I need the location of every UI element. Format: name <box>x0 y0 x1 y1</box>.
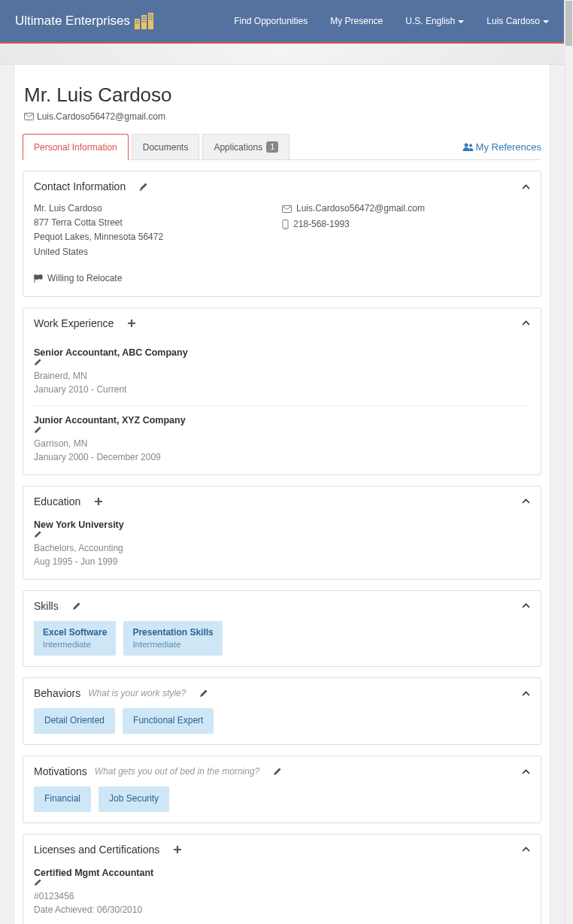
svg-point-21 <box>469 144 472 147</box>
contact-street: 877 Terra Cotta Street <box>34 216 282 230</box>
tab-applications[interactable]: Applications1 <box>202 134 290 159</box>
my-references-link[interactable]: My References <box>462 137 541 157</box>
svg-rect-8 <box>144 17 146 18</box>
svg-rect-18 <box>151 19 153 20</box>
education-entry-title: New York University <box>34 520 124 530</box>
skill-chip[interactable]: Presentation Skills Intermediate <box>123 621 222 656</box>
hero-banner <box>0 44 564 65</box>
svg-rect-13 <box>150 14 151 16</box>
edit-behaviors-button[interactable] <box>199 689 208 698</box>
panel-title: Education <box>34 495 80 507</box>
panel-licenses: Licenses and Certifications Certified Mg… <box>23 834 541 924</box>
edit-motivations-button[interactable] <box>273 767 282 776</box>
panel-education: Education New York University Bachelors,… <box>23 486 541 580</box>
brand-label: Ultimate Enterprises <box>15 14 130 29</box>
header-email: Luis.Cardoso56472@gmail.com <box>24 111 541 122</box>
license-entry: Certified Mgmt Accountant #0123456 Date … <box>34 865 530 916</box>
people-icon <box>462 142 474 152</box>
education-entry: New York University Bachelors, Accountin… <box>34 517 530 568</box>
nav-locale-label: U.S. English <box>405 16 455 26</box>
scrollbar-thumb[interactable] <box>565 1 572 46</box>
add-education-button[interactable] <box>94 497 103 506</box>
svg-rect-3 <box>136 20 138 22</box>
license-date: Date Achieved: 06/30/2010 <box>34 903 530 916</box>
panel-skills: Skills Excel Software Intermediate Prese… <box>23 590 541 668</box>
contact-address-block: Mr. Luis Cardoso 877 Terra Cotta Street … <box>34 201 282 286</box>
svg-rect-9 <box>143 19 144 20</box>
skill-name: Excel Software <box>43 627 107 638</box>
collapse-education-button[interactable] <box>522 498 530 504</box>
behavior-chip[interactable]: Functional Expert <box>123 708 214 734</box>
brand[interactable]: Ultimate Enterprises <box>15 13 156 29</box>
work-entry: Senior Accountant, ABC Company Brainerd,… <box>34 338 530 396</box>
svg-rect-12 <box>144 21 146 23</box>
svg-rect-22 <box>140 190 142 191</box>
collapse-motivations-button[interactable] <box>522 769 530 774</box>
collapse-licenses-button[interactable] <box>522 847 530 852</box>
chevron-down-icon <box>458 20 464 23</box>
nav-find-opportunities[interactable]: Find Opportunities <box>234 16 308 26</box>
nav-user-label: Luis Cardoso <box>487 16 540 26</box>
motivation-chip[interactable]: Financial <box>34 786 91 812</box>
work-entry-location: Garrison, MN <box>34 437 530 450</box>
collapse-work-button[interactable] <box>522 320 530 326</box>
nav-user-dropdown[interactable]: Luis Cardoso <box>487 16 549 26</box>
phone-icon <box>282 220 289 229</box>
tab-label: Personal Information <box>34 142 117 153</box>
motivation-chip[interactable]: Job Security <box>99 786 169 812</box>
skill-name: Presentation Skills <box>132 627 213 638</box>
panel-title: Skills <box>34 600 59 612</box>
nav-my-presence[interactable]: My Presence <box>330 16 383 26</box>
collapse-behaviors-button[interactable] <box>522 691 530 696</box>
edit-work-entry-button[interactable] <box>34 426 530 434</box>
work-entry-title: Junior Accountant, XYZ Company <box>34 415 186 426</box>
contact-phone: 218-568-1993 <box>293 217 350 232</box>
svg-rect-15 <box>150 17 151 18</box>
behavior-chip[interactable]: Detail Oriented <box>34 708 115 734</box>
collapse-contact-button[interactable] <box>522 184 530 189</box>
contact-country: United States <box>34 245 282 259</box>
svg-point-25 <box>285 227 286 229</box>
chevron-down-icon <box>543 20 549 23</box>
edit-license-entry-button[interactable] <box>34 878 530 886</box>
edit-skills-button[interactable] <box>72 601 81 610</box>
add-work-button[interactable] <box>127 319 136 328</box>
envelope-icon <box>282 205 292 213</box>
behavior-label: Detail Oriented <box>44 715 105 726</box>
svg-rect-0 <box>135 19 140 29</box>
tab-label: Documents <box>143 142 189 153</box>
behaviors-hint: What is your work style? <box>88 688 186 698</box>
skill-level: Intermediate <box>43 639 107 650</box>
work-entry: Junior Accountant, XYZ Company Garrison,… <box>34 405 530 464</box>
work-entry-title: Senior Accountant, ABC Company <box>34 347 188 358</box>
work-entry-dates: January 2010 - Current <box>34 383 530 396</box>
svg-rect-4 <box>138 20 139 22</box>
panel-title: Behaviors <box>34 687 80 699</box>
svg-point-20 <box>464 143 468 147</box>
motivation-label: Financial <box>44 793 80 804</box>
svg-rect-16 <box>151 17 153 18</box>
tabs-row: Personal Information Documents Applicati… <box>23 134 541 160</box>
panel-work-experience: Work Experience Senior Accountant, ABC C… <box>23 307 541 475</box>
add-license-button[interactable] <box>173 845 182 854</box>
edit-education-entry-button[interactable] <box>34 530 530 538</box>
page-title: Mr. Luis Cardoso <box>24 83 541 107</box>
edit-contact-button[interactable] <box>139 182 148 191</box>
panel-behaviors: Behaviors What is your work style? Detai… <box>23 677 541 745</box>
main-content: Mr. Luis Cardoso Luis.Cardoso56472@gmail… <box>15 65 549 924</box>
nav-locale-dropdown[interactable]: U.S. English <box>405 16 464 26</box>
skill-chip[interactable]: Excel Software Intermediate <box>34 621 116 656</box>
contact-reach-block: Luis.Cardoso56472@gmail.com 218-568-1993 <box>282 201 530 286</box>
top-navbar: Ultimate Enterprises Find Opportunities … <box>0 0 564 44</box>
scrollbar-track[interactable] <box>565 0 573 924</box>
tab-label: Applications <box>214 142 262 153</box>
collapse-skills-button[interactable] <box>522 603 530 608</box>
applications-count-badge: 1 <box>266 141 278 153</box>
edit-work-entry-button[interactable] <box>34 358 530 366</box>
education-dates: Aug 1995 - Jun 1999 <box>34 555 530 568</box>
license-number: #0123456 <box>34 889 530 903</box>
svg-rect-6 <box>138 23 139 24</box>
tab-documents[interactable]: Documents <box>132 134 200 159</box>
tab-personal-information[interactable]: Personal Information <box>23 134 129 160</box>
relocate-label: Willing to Relocate <box>47 271 122 286</box>
